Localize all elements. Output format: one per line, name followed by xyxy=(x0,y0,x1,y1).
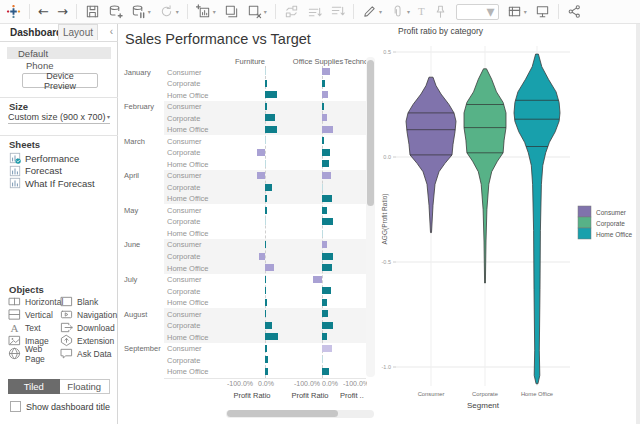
floating-button[interactable]: Floating xyxy=(60,379,111,394)
segment-label[interactable]: Corporate xyxy=(167,79,222,88)
segment-label[interactable]: Home Office xyxy=(167,91,222,100)
bar-mark[interactable] xyxy=(265,310,266,317)
segment-label[interactable]: Corporate xyxy=(167,217,222,226)
legend-swatch[interactable] xyxy=(578,228,591,239)
bar-mark[interactable] xyxy=(265,333,278,340)
bar-mark[interactable] xyxy=(265,68,266,75)
undo-button[interactable]: ← xyxy=(38,5,49,18)
device-item-default[interactable]: Default xyxy=(7,47,111,59)
vertical-scrollbar-thumb[interactable] xyxy=(367,60,374,206)
x-category-label[interactable]: Consumer xyxy=(418,391,445,397)
column-header-office-supplies[interactable]: Office Supplies xyxy=(288,57,348,66)
segment-label[interactable]: Corporate xyxy=(167,183,222,192)
device-item-phone[interactable]: Phone xyxy=(7,59,111,71)
segment-label[interactable]: Consumer xyxy=(167,206,222,215)
collapse-pane-icon[interactable]: ‹ xyxy=(110,26,113,37)
share-workbook-button[interactable] xyxy=(567,4,582,19)
bar-mark[interactable] xyxy=(322,80,325,87)
fix-axes-button[interactable] xyxy=(433,4,448,19)
run-auto-update-button[interactable]: ▾ xyxy=(159,4,179,19)
object-blank[interactable]: Blank xyxy=(60,295,114,308)
bar-mark[interactable] xyxy=(257,149,265,156)
bar-mark[interactable] xyxy=(265,184,272,191)
presentation-mode-button[interactable] xyxy=(535,4,550,19)
object-vertical[interactable]: Vertical xyxy=(8,308,60,321)
bar-mark[interactable] xyxy=(322,68,330,75)
object-navigation[interactable]: Navigation xyxy=(60,308,114,321)
bar-mark[interactable] xyxy=(322,264,332,271)
violin-corporate[interactable] xyxy=(464,69,506,283)
segment-label[interactable]: Consumer xyxy=(167,171,222,180)
tiled-button[interactable]: Tiled xyxy=(8,379,60,394)
clear-sheet-button[interactable]: ▾ xyxy=(247,4,267,19)
segment-label[interactable]: Corporate xyxy=(167,287,222,296)
object-ask-data[interactable]: Ask Data xyxy=(60,347,114,360)
month-label[interactable]: August xyxy=(124,310,164,319)
segment-label[interactable]: Corporate xyxy=(167,148,222,157)
tab-layout[interactable]: Layout xyxy=(58,24,98,40)
bar-mark[interactable] xyxy=(322,114,327,121)
bar-mark[interactable] xyxy=(322,253,333,260)
save-button[interactable] xyxy=(85,4,100,19)
month-label[interactable]: February xyxy=(124,102,164,111)
segment-label[interactable]: Consumer xyxy=(167,240,222,249)
bar-mark[interactable] xyxy=(265,264,274,271)
bar-mark[interactable] xyxy=(265,207,267,214)
sheet-item-what-if-forecast[interactable]: What If Forecast xyxy=(9,177,114,189)
x-category-label[interactable]: Corporate xyxy=(472,391,498,397)
bar-mark[interactable] xyxy=(322,149,330,156)
object-horizontal[interactable]: Horizontal xyxy=(8,295,60,308)
bar-mark[interactable] xyxy=(257,172,265,179)
bar-mark[interactable] xyxy=(265,137,266,144)
pause-auto-updates-button[interactable]: ▾ xyxy=(131,4,151,19)
bar-mark[interactable] xyxy=(313,276,322,283)
bar-mark[interactable] xyxy=(265,218,266,225)
column-header-technology[interactable]: Technology xyxy=(344,57,367,66)
redo-button[interactable]: → xyxy=(57,5,68,18)
column-header-furniture[interactable]: Furniture xyxy=(220,57,280,66)
group-members-button[interactable]: ▾ xyxy=(390,4,410,19)
highlight-button[interactable]: ▾ xyxy=(362,4,382,19)
segment-label[interactable]: Consumer xyxy=(167,102,222,111)
segment-label[interactable]: Consumer xyxy=(167,275,222,284)
swap-rows-columns-button[interactable] xyxy=(284,4,299,19)
segment-label[interactable]: Consumer xyxy=(167,344,222,353)
bar-mark[interactable] xyxy=(265,276,266,283)
segment-label[interactable]: Home Office xyxy=(167,194,222,203)
object-text[interactable]: AText xyxy=(8,321,60,334)
object-extension[interactable]: Extension xyxy=(60,334,114,347)
segment-label[interactable]: Consumer xyxy=(167,310,222,319)
sort-descending-button[interactable] xyxy=(330,4,345,19)
bar-mark[interactable] xyxy=(265,356,268,363)
bar-mark[interactable] xyxy=(265,241,266,248)
segment-label[interactable]: Corporate xyxy=(167,252,222,261)
legend-swatch[interactable] xyxy=(578,206,591,217)
month-label[interactable]: September xyxy=(124,344,164,353)
device-preview-button[interactable]: Device Preview xyxy=(22,73,98,88)
bar-mark[interactable] xyxy=(265,80,267,87)
bar-mark[interactable] xyxy=(322,218,333,225)
month-label[interactable]: April xyxy=(124,171,164,180)
bar-mark[interactable] xyxy=(265,160,266,167)
month-label[interactable]: January xyxy=(124,68,164,77)
bar-mark[interactable] xyxy=(322,299,327,306)
bar-mark[interactable] xyxy=(265,322,272,329)
month-label[interactable]: May xyxy=(124,206,164,215)
show-hide-cards-button[interactable]: ▾ xyxy=(507,4,527,19)
bar-mark[interactable] xyxy=(322,184,323,191)
bar-mark[interactable] xyxy=(322,103,324,110)
bar-mark[interactable] xyxy=(322,368,329,375)
bar-mark[interactable] xyxy=(322,137,324,144)
fit-select[interactable]: ▾ xyxy=(456,4,499,20)
bar-mark[interactable] xyxy=(322,241,327,248)
segment-label[interactable]: Home Office xyxy=(167,160,222,169)
bar-mark[interactable] xyxy=(322,91,328,98)
tableau-logo-button[interactable] xyxy=(6,4,21,19)
show-mark-labels-button[interactable]: T xyxy=(418,6,425,17)
month-label[interactable]: March xyxy=(124,137,164,146)
bar-mark[interactable] xyxy=(322,333,327,340)
sort-ascending-button[interactable] xyxy=(307,4,322,19)
month-label[interactable]: June xyxy=(124,240,164,249)
bar-mark[interactable] xyxy=(322,310,328,317)
size-select[interactable]: Custom size (900 x 700) ▾ xyxy=(8,110,110,124)
